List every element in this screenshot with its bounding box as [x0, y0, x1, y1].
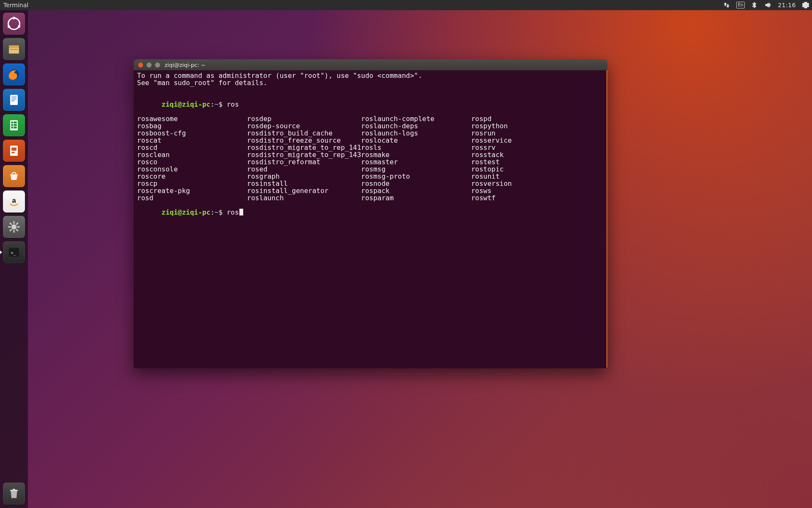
svg-rect-11 [11, 101, 15, 102]
prompt-dollar: $ [219, 100, 223, 108]
active-app-title: Terminal [3, 2, 28, 8]
svg-rect-8 [10, 95, 18, 105]
svg-rect-20 [11, 148, 16, 151]
window-close-button[interactable] [138, 62, 143, 68]
top-menu-bar: Terminal En 21:16 [0, 0, 812, 10]
completion-column: roslaunch-complete roslaunch-deps roslau… [361, 115, 471, 202]
svg-line-28 [10, 223, 12, 225]
svg-rect-16 [14, 124, 17, 126]
svg-rect-5 [9, 48, 19, 54]
launcher-calc[interactable] [3, 114, 25, 136]
svg-line-29 [16, 229, 18, 231]
launcher-settings[interactable] [3, 216, 25, 238]
svg-rect-17 [11, 127, 13, 129]
completion-column: rosawesome rosbag rosboost-cfg roscat ro… [137, 115, 247, 202]
prompt-line-1: ziqi@ziqi-pc:~$ ros [137, 94, 603, 115]
window-maximize-button[interactable] [155, 62, 160, 68]
launcher-dash[interactable] [3, 13, 25, 35]
launcher-firefox[interactable] [3, 64, 25, 86]
svg-point-3 [18, 25, 20, 28]
launcher-trash[interactable] [3, 483, 25, 505]
session-gear-icon[interactable] [802, 1, 809, 9]
svg-rect-14 [14, 121, 17, 124]
launcher-terminal[interactable]: >_ [3, 241, 25, 263]
svg-point-2 [8, 25, 10, 28]
prompt-line-2: ziqi@ziqi-pc:~$ ros [137, 202, 603, 223]
typed-command-2: ros [227, 208, 239, 216]
window-controls [138, 62, 160, 68]
launcher-amazon[interactable]: a [3, 190, 25, 213]
terminal-body[interactable]: To run a command as administrator (user … [134, 70, 607, 368]
indicator-area: En 21:16 [723, 1, 809, 9]
window-minimize-button[interactable] [146, 62, 152, 68]
prompt-user-host: ziqi@ziqi-pc [162, 100, 211, 108]
svg-line-30 [16, 223, 18, 225]
svg-rect-35 [13, 489, 15, 490]
launcher-writer[interactable] [3, 89, 25, 111]
clock[interactable]: 21:16 [778, 2, 796, 8]
svg-rect-15 [11, 124, 13, 126]
blank-line [137, 86, 603, 94]
tab-completion-list: rosawesome rosbag rosboost-cfg roscat ro… [137, 115, 603, 202]
window-title: ziqi@ziqi-pc: ~ [165, 62, 206, 68]
svg-rect-10 [11, 99, 16, 99]
svg-rect-18 [14, 127, 17, 129]
launcher-impress[interactable] [3, 140, 25, 162]
prompt-path: ~ [214, 100, 219, 108]
svg-rect-21 [11, 152, 15, 153]
keyboard-layout-indicator[interactable]: En [736, 2, 745, 8]
svg-point-23 [11, 224, 16, 229]
unity-launcher: a >_ [0, 10, 28, 508]
typed-command-1: ros [227, 100, 239, 108]
svg-text:>_: >_ [11, 250, 16, 256]
svg-rect-9 [11, 97, 16, 98]
svg-point-0 [8, 18, 20, 30]
launcher-software[interactable] [3, 165, 25, 187]
completion-column: rosdep rosdep-source rosdistro_build_cac… [247, 115, 361, 202]
completion-column: rospd rospython rosrun rosservice rossrv… [471, 115, 512, 202]
svg-rect-6 [10, 49, 19, 50]
launcher-files[interactable] [3, 38, 25, 60]
svg-rect-13 [11, 121, 13, 124]
network-updown-icon[interactable] [723, 1, 730, 9]
bluetooth-icon[interactable] [751, 1, 758, 9]
text-cursor [239, 209, 243, 215]
svg-line-31 [10, 229, 12, 231]
window-titlebar[interactable]: ziqi@ziqi-pc: ~ [134, 59, 607, 70]
svg-point-1 [13, 17, 15, 19]
sudo-hint-line-2: See "man sudo_root" for details. [137, 79, 603, 86]
svg-rect-4 [9, 45, 19, 48]
sudo-hint-line-1: To run a command as administrator (user … [137, 72, 603, 79]
terminal-window[interactable]: ziqi@ziqi-pc: ~ To run a command as admi… [134, 59, 607, 368]
volume-icon[interactable] [764, 1, 772, 9]
svg-text:a: a [12, 196, 16, 204]
